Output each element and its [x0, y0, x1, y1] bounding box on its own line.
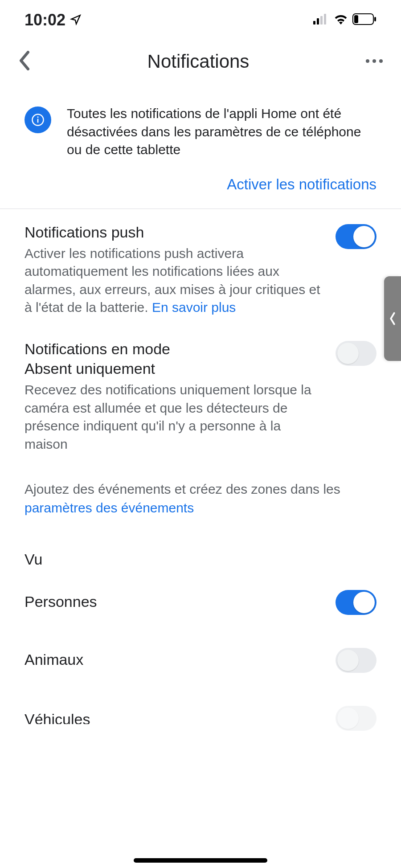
activate-notifications-link[interactable]: Activer les notifications [227, 176, 376, 192]
page-title: Notifications [31, 51, 365, 72]
battery-icon [352, 13, 376, 27]
svg-rect-6 [374, 17, 376, 21]
status-bar: 10:02 [0, 0, 401, 40]
home-indicator[interactable] [134, 858, 267, 863]
learn-more-link[interactable]: En savoir plus [152, 300, 236, 315]
status-time-area: 10:02 [25, 11, 82, 29]
toggle-push[interactable] [336, 224, 376, 249]
side-drawer-handle[interactable] [384, 276, 401, 361]
setting-away: Notifications en mode Absent uniquement … [0, 330, 401, 467]
item-persons: Personnes [0, 573, 401, 631]
status-time: 10:02 [25, 11, 65, 29]
toggle-persons[interactable] [336, 590, 376, 615]
toggle-away[interactable] [336, 341, 376, 366]
item-animals: Animaux [0, 631, 401, 688]
back-icon[interactable] [18, 51, 31, 72]
toggle-vehicles[interactable] [336, 706, 376, 731]
section-seen: Vu [0, 535, 401, 573]
event-settings-link[interactable]: paramètres des événements [25, 500, 194, 515]
setting-away-title: Notifications en mode Absent uniquement [25, 339, 212, 378]
more-icon[interactable] [365, 57, 383, 66]
status-indicators [313, 13, 376, 27]
setting-away-desc: Recevez des notifications uniquement lor… [25, 381, 322, 453]
svg-rect-1 [317, 18, 319, 25]
info-icon [25, 106, 51, 133]
svg-rect-5 [354, 15, 358, 23]
svg-point-7 [366, 59, 369, 63]
svg-point-8 [372, 59, 376, 63]
item-vehicles-label: Véhicules [25, 711, 90, 724]
setting-push: Notifications push Activer les notificat… [0, 209, 401, 330]
events-hint: Ajoutez des événements et créez des zone… [0, 467, 401, 535]
svg-rect-3 [324, 14, 326, 25]
svg-rect-0 [313, 21, 315, 25]
item-animals-label: Animaux [25, 651, 83, 668]
svg-point-12 [37, 116, 39, 118]
svg-rect-2 [320, 16, 323, 25]
location-icon [70, 11, 82, 29]
setting-push-title: Notifications push [25, 222, 322, 242]
item-vehicles: Véhicules [0, 688, 401, 731]
info-banner-text: Toutes les notifications de l'appli Home… [67, 105, 376, 159]
signal-icon [313, 14, 329, 26]
setting-push-desc: Activer les notifications push activera … [25, 245, 322, 317]
item-persons-label: Personnes [25, 593, 97, 610]
wifi-icon [334, 14, 348, 26]
info-banner: Toutes les notifications de l'appli Home… [0, 82, 401, 172]
toggle-animals[interactable] [336, 648, 376, 673]
svg-point-9 [379, 59, 383, 63]
nav-header: Notifications [0, 40, 401, 82]
